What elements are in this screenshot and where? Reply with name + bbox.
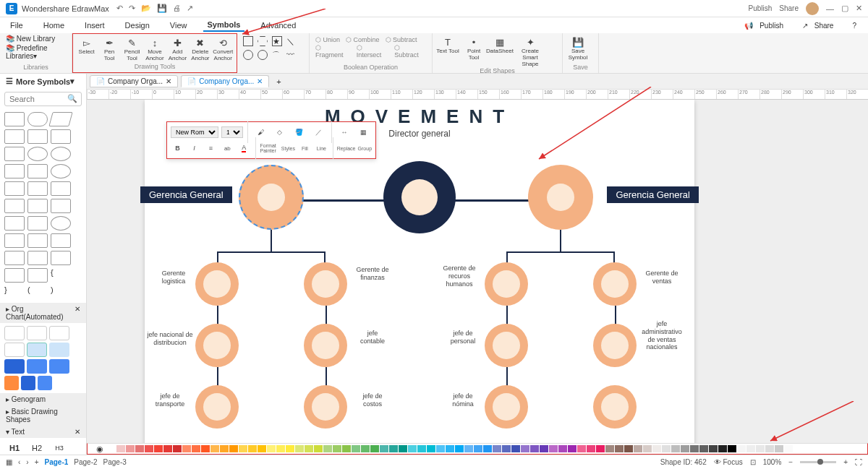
- shape-item[interactable]: [4, 129, 25, 144]
- cat-orgchart[interactable]: ▸ Org Chart(Automated)✕: [0, 303, 86, 323]
- menu-view[interactable]: View: [166, 20, 192, 31]
- publish-link[interactable]: 📢 Publish: [740, 20, 792, 31]
- node-cost[interactable]: [304, 385, 347, 429]
- color-swatch[interactable]: [624, 445, 633, 452]
- thumb[interactable]: [4, 359, 25, 374]
- shape-item[interactable]: [27, 251, 48, 265]
- case-button[interactable]: ab: [221, 141, 234, 155]
- color-swatch[interactable]: [173, 445, 182, 452]
- font-select[interactable]: New Roman: [171, 126, 218, 138]
- styles-button[interactable]: ◇: [272, 125, 289, 139]
- color-swatch[interactable]: [596, 445, 605, 452]
- pencil-tool[interactable]: ✎Pencil Tool: [122, 35, 142, 62]
- color-swatch[interactable]: [126, 445, 135, 452]
- share-button[interactable]: Share: [779, 4, 799, 12]
- node-log[interactable]: [195, 262, 239, 306]
- page-tab-3[interactable]: Page-3: [103, 458, 127, 466]
- intersect-button[interactable]: ⬡ Intersect: [357, 44, 389, 59]
- shape-item[interactable]: (: [27, 285, 48, 300]
- size-select[interactable]: 12: [221, 126, 243, 138]
- shape-item[interactable]: [27, 112, 48, 126]
- color-swatch[interactable]: [709, 445, 718, 452]
- more-symbols-header[interactable]: ☰ More Symbols ▾: [0, 74, 86, 89]
- color-swatch[interactable]: [652, 445, 661, 452]
- shape-item[interactable]: [51, 129, 71, 144]
- shape-circle[interactable]: [243, 50, 253, 60]
- color-swatch[interactable]: [323, 445, 332, 452]
- h3-thumb[interactable]: H3: [49, 441, 69, 455]
- color-swatch[interactable]: [163, 445, 172, 452]
- color-swatch[interactable]: [295, 445, 304, 452]
- doc-tab-2[interactable]: 📄 Company Orga... ✕: [181, 75, 269, 87]
- zoom-out-button[interactable]: −: [788, 458, 793, 466]
- delete-anchor-tool[interactable]: ✖Delete Anchor: [190, 35, 210, 62]
- zoom-fit-button[interactable]: ⊡: [750, 458, 756, 466]
- color-swatch[interactable]: [737, 445, 746, 452]
- color-swatch[interactable]: [333, 445, 341, 452]
- color-swatch[interactable]: [192, 445, 200, 452]
- fragment-button[interactable]: ⬡ Fragment: [315, 44, 351, 59]
- pages-icon[interactable]: ▦: [6, 458, 12, 466]
- thumb[interactable]: [27, 359, 47, 374]
- color-swatch[interactable]: [615, 445, 624, 452]
- pen-tool[interactable]: ✒Pen Tool: [98, 35, 119, 62]
- color-swatch[interactable]: [558, 445, 567, 452]
- page-nav-next[interactable]: ›: [26, 458, 28, 466]
- combine-button[interactable]: ⬡ Combine: [346, 36, 380, 43]
- shape-item[interactable]: [4, 147, 25, 161]
- shape-item[interactable]: [51, 216, 71, 231]
- add-anchor-tool[interactable]: ✚Add Anchor: [167, 35, 188, 62]
- color-swatch[interactable]: [417, 445, 426, 452]
- thumb[interactable]: [38, 376, 52, 390]
- shape-item[interactable]: [51, 233, 71, 248]
- select-tool[interactable]: ▻Select: [76, 35, 97, 56]
- color-swatch[interactable]: [681, 445, 689, 452]
- thumb[interactable]: [49, 359, 69, 374]
- shape-star[interactable]: ★: [272, 36, 282, 46]
- datasheet-tool[interactable]: ▦DataSheet: [488, 35, 512, 55]
- node-rh[interactable]: [485, 262, 528, 306]
- color-swatch[interactable]: [154, 445, 163, 452]
- shape-item[interactable]: [51, 147, 71, 161]
- color-swatch[interactable]: [483, 445, 492, 452]
- canvas-stage[interactable]: MOVEMENT Director general Gerencia Gener…: [87, 100, 868, 443]
- thumb[interactable]: [21, 376, 35, 390]
- color-swatch[interactable]: [765, 445, 774, 452]
- color-swatch[interactable]: [258, 445, 266, 452]
- replace-button[interactable]: ↔: [336, 125, 353, 139]
- color-swatch[interactable]: [662, 445, 671, 452]
- thumb[interactable]: [27, 326, 47, 340]
- color-swatch[interactable]: [342, 445, 351, 452]
- color-swatch[interactable]: [568, 445, 576, 452]
- fullscreen-button[interactable]: ⛶: [855, 458, 862, 466]
- node-nom[interactable]: [485, 385, 528, 429]
- color-swatch[interactable]: [352, 445, 360, 452]
- print-icon[interactable]: 🖨: [173, 4, 181, 13]
- node-fin[interactable]: [304, 262, 347, 306]
- color-swatch[interactable]: [267, 445, 276, 452]
- minimize-icon[interactable]: —: [826, 4, 834, 13]
- thumb[interactable]: [4, 326, 25, 340]
- color-swatch[interactable]: [427, 445, 435, 452]
- h1-thumb[interactable]: H1: [4, 441, 25, 455]
- union-button[interactable]: ⬡ Union: [315, 36, 340, 43]
- shape-item[interactable]: [4, 164, 25, 178]
- color-swatch[interactable]: [493, 445, 501, 452]
- eyedropper-icon[interactable]: ◉: [96, 444, 103, 454]
- subtract2-button[interactable]: ⬡ Subtract: [394, 44, 426, 59]
- subtract-button[interactable]: ⬡ Subtract: [386, 36, 417, 43]
- color-swatch[interactable]: [286, 445, 294, 452]
- node-dist[interactable]: [195, 324, 239, 367]
- shape-item[interactable]: [27, 129, 48, 144]
- fontcolor-button[interactable]: A: [237, 141, 251, 155]
- convert-anchor-tool[interactable]: ⟲Convert Anchor: [213, 35, 234, 62]
- color-swatch[interactable]: [577, 445, 586, 452]
- shape-hex[interactable]: [258, 36, 268, 46]
- color-swatch[interactable]: [775, 445, 783, 452]
- color-swatch[interactable]: [634, 445, 642, 452]
- maximize-icon[interactable]: ▢: [841, 4, 848, 13]
- shape-item[interactable]: [27, 216, 48, 231]
- shape-item[interactable]: [51, 251, 71, 265]
- align-button[interactable]: ≡: [204, 141, 218, 155]
- color-swatch[interactable]: [699, 445, 708, 452]
